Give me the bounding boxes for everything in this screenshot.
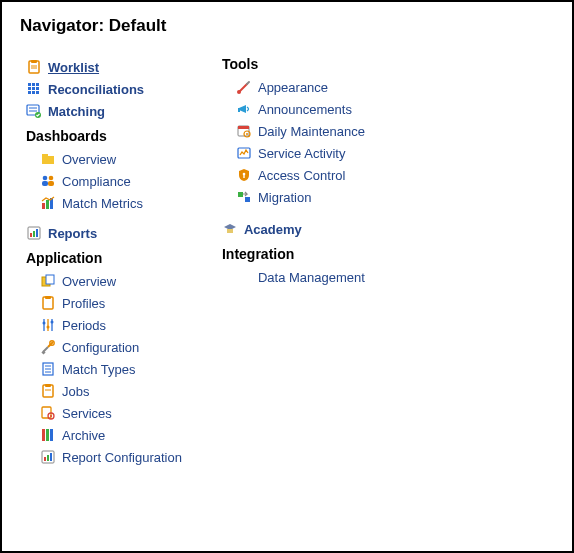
nav-app-overview[interactable]: Overview bbox=[26, 270, 182, 292]
nav-label: Migration bbox=[258, 190, 311, 205]
nav-match-metrics[interactable]: Match Metrics bbox=[26, 192, 182, 214]
matching-icon bbox=[26, 103, 42, 119]
svg-point-38 bbox=[47, 326, 50, 329]
books-icon bbox=[40, 427, 56, 443]
nav-services[interactable]: Services bbox=[26, 402, 182, 424]
svg-rect-17 bbox=[42, 156, 54, 164]
svg-rect-33 bbox=[45, 296, 51, 299]
svg-rect-27 bbox=[30, 233, 32, 237]
nav-label: Service Activity bbox=[258, 146, 345, 161]
nav-label: Matching bbox=[48, 104, 105, 119]
nav-profiles[interactable]: Profiles bbox=[26, 292, 182, 314]
nav-announcements[interactable]: Announcements bbox=[222, 98, 365, 120]
nav-dash-overview[interactable]: Overview bbox=[26, 148, 182, 170]
nav-migration[interactable]: Migration bbox=[222, 186, 365, 208]
nav-label: Jobs bbox=[62, 384, 89, 399]
svg-rect-68 bbox=[238, 192, 243, 197]
navigator-panel: Navigator: Default Worklist Reconciliati… bbox=[0, 0, 574, 553]
svg-rect-70 bbox=[227, 229, 233, 233]
svg-point-64 bbox=[246, 133, 248, 135]
nav-archive[interactable]: Archive bbox=[26, 424, 182, 446]
nav-label: Report Configuration bbox=[62, 450, 182, 465]
svg-rect-29 bbox=[36, 229, 38, 237]
folder-icon bbox=[40, 151, 56, 167]
svg-rect-67 bbox=[243, 175, 244, 178]
nav-compliance[interactable]: Compliance bbox=[26, 170, 182, 192]
nav-label: Appearance bbox=[258, 80, 328, 95]
nav-reconciliations[interactable]: Reconciliations bbox=[26, 78, 182, 100]
nav-label: Worklist bbox=[48, 60, 99, 75]
nav-jobs[interactable]: Jobs bbox=[26, 380, 182, 402]
people-icon bbox=[40, 173, 56, 189]
svg-rect-57 bbox=[47, 455, 49, 461]
nav-periods[interactable]: Periods bbox=[26, 314, 182, 336]
nav-daily-maintenance[interactable]: Daily Maintenance bbox=[222, 120, 365, 142]
nav-label: Match Types bbox=[62, 362, 135, 377]
nav-service-activity[interactable]: Service Activity bbox=[222, 142, 365, 164]
svg-rect-49 bbox=[42, 407, 51, 418]
svg-rect-52 bbox=[42, 429, 45, 441]
svg-rect-62 bbox=[238, 126, 249, 129]
svg-rect-23 bbox=[42, 203, 45, 209]
svg-rect-58 bbox=[50, 453, 52, 461]
clipboard-icon bbox=[40, 383, 56, 399]
calendar-gear-icon bbox=[236, 123, 252, 139]
activity-icon bbox=[236, 145, 252, 161]
svg-rect-7 bbox=[28, 87, 31, 90]
svg-point-59 bbox=[237, 90, 241, 94]
svg-rect-10 bbox=[28, 91, 31, 94]
nav-access-control[interactable]: Access Control bbox=[222, 164, 365, 186]
svg-rect-9 bbox=[36, 87, 39, 90]
application-header: Application bbox=[26, 250, 182, 266]
academy-icon bbox=[222, 221, 238, 237]
nav-label: Configuration bbox=[62, 340, 139, 355]
nav-label: Daily Maintenance bbox=[258, 124, 365, 139]
svg-rect-1 bbox=[31, 60, 37, 63]
nav-label: Periods bbox=[62, 318, 106, 333]
nav-academy[interactable]: Academy bbox=[222, 218, 365, 240]
transfer-icon bbox=[236, 189, 252, 205]
nav-label: Profiles bbox=[62, 296, 105, 311]
nav-label: Announcements bbox=[258, 102, 352, 117]
nav-report-config[interactable]: Report Configuration bbox=[26, 446, 182, 468]
nav-appearance[interactable]: Appearance bbox=[222, 76, 365, 98]
nav-worklist[interactable]: Worklist bbox=[26, 56, 182, 78]
grid-icon bbox=[26, 81, 42, 97]
svg-rect-28 bbox=[33, 231, 35, 237]
report-icon bbox=[40, 449, 56, 465]
nav-label: Academy bbox=[244, 222, 302, 237]
nav-label: Archive bbox=[62, 428, 105, 443]
svg-point-51 bbox=[50, 415, 52, 417]
svg-point-39 bbox=[51, 321, 54, 324]
svg-rect-21 bbox=[42, 181, 48, 186]
svg-rect-56 bbox=[44, 457, 46, 461]
nav-data-management[interactable]: Data Management bbox=[222, 266, 365, 288]
svg-rect-31 bbox=[46, 275, 54, 284]
left-column: Worklist Reconciliations Matching Dashbo… bbox=[26, 56, 182, 468]
nav-reports[interactable]: Reports bbox=[26, 222, 182, 244]
nav-label: Compliance bbox=[62, 174, 131, 189]
svg-point-19 bbox=[43, 176, 48, 181]
nav-match-types[interactable]: Match Types bbox=[26, 358, 182, 380]
svg-rect-47 bbox=[45, 384, 51, 387]
gear-clipboard-icon bbox=[40, 405, 56, 421]
right-column: Tools Appearance Announcements Daily Mai… bbox=[222, 56, 365, 468]
svg-rect-54 bbox=[50, 429, 53, 441]
nav-label: Overview bbox=[62, 152, 116, 167]
svg-rect-22 bbox=[48, 181, 54, 186]
bar-chart-icon bbox=[40, 195, 56, 211]
svg-rect-60 bbox=[238, 108, 240, 112]
nav-label: Access Control bbox=[258, 168, 345, 183]
nav-label: Reconciliations bbox=[48, 82, 144, 97]
nav-configuration[interactable]: Configuration bbox=[26, 336, 182, 358]
tools-icon bbox=[40, 339, 56, 355]
document-icon bbox=[40, 361, 56, 377]
report-icon bbox=[26, 225, 42, 241]
nav-label: Services bbox=[62, 406, 112, 421]
svg-rect-11 bbox=[32, 91, 35, 94]
megaphone-icon bbox=[236, 101, 252, 117]
svg-rect-4 bbox=[28, 83, 31, 86]
page-title: Navigator: Default bbox=[20, 16, 554, 36]
nav-matching[interactable]: Matching bbox=[26, 100, 182, 122]
svg-rect-69 bbox=[245, 197, 250, 202]
